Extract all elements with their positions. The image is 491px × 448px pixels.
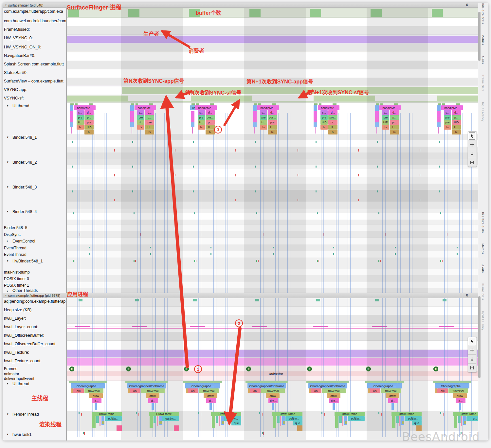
slice[interactable] xyxy=(130,117,134,122)
slice[interactable]: bi xyxy=(328,130,337,134)
slice-traversal[interactable]: traversal xyxy=(261,388,285,393)
slice[interactable]: pre xyxy=(444,115,451,120)
scrollbar-thumb[interactable] xyxy=(478,12,481,61)
slice[interactable]: d... xyxy=(148,398,158,403)
close-icon[interactable]: X xyxy=(466,3,468,7)
buffer-count-segment[interactable] xyxy=(310,9,321,17)
slice-animator[interactable]: ani xyxy=(311,388,321,393)
slice-eglswap[interactable]: eglSw... xyxy=(162,416,179,421)
slice[interactable] xyxy=(396,416,399,423)
slice[interactable] xyxy=(314,111,317,117)
slice[interactable]: pr... xyxy=(328,120,337,125)
slice-choreographer[interactable]: Choreographer#doFrame xyxy=(308,383,347,388)
slice-choreographer[interactable]: Choreographe... xyxy=(185,383,220,388)
slice[interactable]: bi xyxy=(198,125,205,130)
slice[interactable]: s... xyxy=(382,110,389,115)
slice-draw[interactable]: draw xyxy=(204,393,217,398)
select-tool-button[interactable] xyxy=(468,132,476,140)
slice[interactable] xyxy=(70,105,73,111)
slice[interactable] xyxy=(150,416,153,428)
slice-traversal[interactable]: traversal xyxy=(448,388,468,393)
slice-drawframe[interactable]: DrawFrame xyxy=(453,412,478,416)
slice[interactable]: s... xyxy=(137,110,144,115)
frame-badge[interactable]: F xyxy=(307,367,312,371)
slice[interactable]: p... xyxy=(145,115,154,120)
slice-eglswap[interactable]: eglSw... xyxy=(105,416,122,421)
slice-traversal[interactable]: traversal xyxy=(84,388,103,393)
slice[interactable] xyxy=(375,122,379,127)
slice-traversal[interactable]: traversal xyxy=(322,388,346,393)
slice[interactable]: pre xyxy=(84,120,94,125)
slice[interactable]: d... xyxy=(456,398,465,403)
slice[interactable]: dra... xyxy=(329,398,339,403)
slice-handlemessage[interactable]: handleMe... xyxy=(318,105,339,110)
slice-animator[interactable]: ani xyxy=(188,388,198,393)
slice[interactable] xyxy=(253,122,257,127)
slice[interactable] xyxy=(216,416,218,423)
slice[interactable]: H... xyxy=(137,120,144,125)
slice-animator[interactable]: ani xyxy=(370,388,380,393)
pending-segment[interactable] xyxy=(193,299,197,301)
slice-eglswap[interactable]: eglSw... xyxy=(285,416,302,421)
slice-handlemessage[interactable]: handleMe... xyxy=(441,105,463,110)
slice[interactable]: s... xyxy=(77,110,84,115)
slice[interactable]: bi xyxy=(320,125,328,130)
rail-tab-alerts[interactable]: Alerts xyxy=(481,56,484,71)
select-tool-button[interactable] xyxy=(468,337,476,346)
slice[interactable]: pos... xyxy=(206,115,215,120)
slice[interactable]: d... xyxy=(388,398,398,403)
pan-tool-button[interactable] xyxy=(468,140,476,149)
slice-draw[interactable]: draw xyxy=(453,393,467,398)
slice-traversal[interactable]: traversal xyxy=(141,388,165,393)
slice[interactable]: pr... xyxy=(390,120,399,125)
slice-eglswap[interactable]: eglSw... xyxy=(224,416,241,421)
slice[interactable]: p... xyxy=(452,115,461,120)
slice-drawframe[interactable]: DrawFrame xyxy=(391,412,422,416)
rail-tab-input-latency[interactable]: Input Latency xyxy=(481,102,484,130)
slice-drawframe[interactable]: DrawFrame xyxy=(335,412,365,416)
rail-tab-alerts[interactable]: Alerts xyxy=(481,264,484,279)
slice[interactable]: pre xyxy=(198,115,205,120)
slice-handlemessage[interactable]: handleMe... xyxy=(195,105,217,110)
close-icon[interactable]: X xyxy=(466,293,468,297)
slice[interactable]: s... xyxy=(198,110,205,115)
slice-drawframe[interactable]: DrawFrame xyxy=(92,412,122,416)
slice[interactable]: pre xyxy=(268,120,277,125)
slice[interactable] xyxy=(130,111,134,117)
slice[interactable]: bi xyxy=(260,125,267,130)
slice[interactable]: pre xyxy=(320,115,328,120)
slice[interactable]: p... xyxy=(390,115,399,120)
vsync-sf-high[interactable] xyxy=(191,96,252,101)
slice[interactable] xyxy=(375,117,379,122)
slice[interactable] xyxy=(437,105,441,111)
collapse-triangle-icon[interactable]: ▾ xyxy=(5,294,7,297)
slice[interactable]: H... xyxy=(145,125,154,130)
slice[interactable] xyxy=(130,122,134,127)
slice[interactable] xyxy=(191,117,194,122)
frame-badge[interactable]: F xyxy=(184,367,189,371)
disclosure-triangle-icon[interactable]: ▾ xyxy=(7,210,9,213)
slice[interactable] xyxy=(70,117,73,122)
slice[interactable] xyxy=(339,416,342,423)
slice[interactable] xyxy=(273,416,276,428)
slice-choreographer[interactable]: Choreographe... xyxy=(71,383,105,388)
slice[interactable]: bi xyxy=(84,130,94,134)
slice-animator[interactable]: ani xyxy=(250,388,261,393)
slice-draw[interactable]: draw xyxy=(146,393,159,398)
slice[interactable] xyxy=(314,117,317,122)
slice[interactable]: s... xyxy=(260,110,267,115)
slice[interactable] xyxy=(130,105,134,111)
slice-drawframe[interactable]: DrawFrame xyxy=(211,412,241,416)
slice[interactable] xyxy=(191,122,194,127)
slice[interactable]: dra... xyxy=(268,398,278,403)
slice[interactable]: pre xyxy=(137,115,144,120)
vsync-sf-high[interactable] xyxy=(437,96,478,101)
slice-drawframe[interactable]: DrawFrame xyxy=(272,412,302,416)
slice[interactable]: pre xyxy=(77,115,84,120)
slice[interactable]: d... xyxy=(84,110,94,115)
slice[interactable]: pr... xyxy=(206,120,215,125)
disclosure-triangle-icon[interactable]: ▸ xyxy=(7,239,9,242)
slice[interactable]: bi xyxy=(452,130,461,134)
slice-choreographer[interactable]: Choreographe... xyxy=(435,383,469,388)
slice[interactable] xyxy=(253,111,257,117)
